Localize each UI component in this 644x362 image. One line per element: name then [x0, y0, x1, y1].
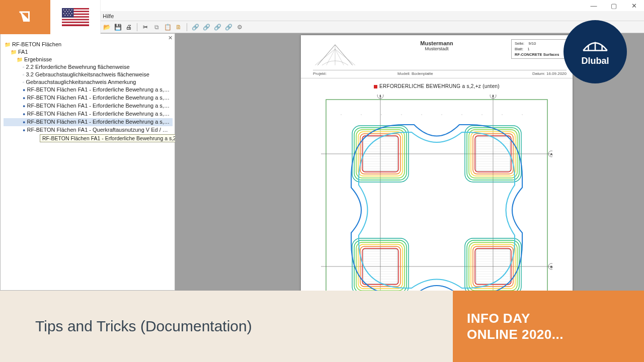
- svg-point-133: [63, 13, 64, 14]
- toolbar-doc-button[interactable]: [174, 22, 184, 32]
- header-model-label: Modell:: [397, 71, 411, 76]
- svg-point-139: [70, 15, 71, 16]
- toolbar-print-button[interactable]: [124, 22, 134, 32]
- svg-line-2: [335, 49, 344, 65]
- svg-text:A: A: [550, 153, 552, 156]
- toolbar-open-button[interactable]: [102, 22, 112, 32]
- tree-node[interactable]: Gebrauchstauglichkeitsnachweis Anmerkung: [4, 78, 173, 86]
- svg-line-1: [327, 49, 335, 65]
- toolbar-link-button[interactable]: [223, 22, 233, 32]
- header-sheet-value: 1: [527, 47, 529, 51]
- toolbar-link-button[interactable]: [212, 22, 222, 32]
- svg-point-17: [522, 114, 522, 115]
- window-maximize-button[interactable]: ▢: [604, 0, 624, 11]
- banner-event: INFO DAY ONLINE 2020...: [453, 291, 644, 362]
- banner-event-line2: ONLINE 2020...: [467, 326, 644, 343]
- tree-node[interactable]: RF-BETON Flächen FA1 - Erforderliche Bew…: [4, 102, 173, 110]
- svg-rect-122: [62, 18, 89, 19]
- window-minimize-button[interactable]: —: [584, 0, 604, 11]
- svg-point-8: [341, 114, 341, 115]
- tree-node[interactable]: FA1: [4, 48, 173, 56]
- window-close-button[interactable]: ✕: [624, 0, 644, 11]
- header-page-value: 9/10: [529, 41, 536, 46]
- svg-rect-3: [326, 100, 547, 321]
- svg-point-10: [381, 114, 381, 115]
- download-arrow-icon: [0, 0, 50, 34]
- svg-point-137: [64, 15, 65, 16]
- toolbar-save-button[interactable]: [113, 22, 123, 32]
- toolbar-paste-button[interactable]: [163, 22, 173, 32]
- corner-badge: [0, 0, 101, 34]
- tree-node[interactable]: RF-BETON Flächen FA1 - Erforderliche Bew…: [4, 118, 173, 126]
- banner-event-line1: INFO DAY: [467, 310, 644, 327]
- svg-point-129: [71, 10, 72, 11]
- header-model-value: Bodenplatte: [412, 71, 433, 76]
- svg-point-12: [421, 114, 422, 115]
- toolbar-cut-button[interactable]: [140, 22, 150, 32]
- svg-point-136: [71, 13, 72, 14]
- svg-point-132: [70, 11, 71, 12]
- tree-node[interactable]: RF-BETON Flächen FA1 - Erforderliche Bew…: [4, 110, 173, 118]
- panel-close-icon[interactable]: ✕: [168, 35, 173, 41]
- toolbar-copy-button[interactable]: [151, 22, 162, 32]
- svg-point-127: [66, 10, 67, 11]
- banner-title: Tips and Tricks (Documentation): [0, 291, 453, 362]
- svg-point-138: [67, 15, 68, 16]
- page-header: Mustermann Musterstadt Seite: 9/10 Blatt…: [301, 35, 573, 78]
- toolbar-link-button[interactable]: [190, 22, 200, 32]
- toolbar-settings-button[interactable]: [234, 22, 245, 32]
- header-project-label: Projekt:: [313, 71, 397, 76]
- svg-point-134: [66, 13, 67, 14]
- header-right-box: Seite: 9/10 Blatt: 1 RF-CONCRETE Surface…: [511, 39, 567, 59]
- svg-rect-123: [62, 20, 89, 22]
- us-flag-icon: [50, 0, 101, 34]
- tree-node[interactable]: Ergebnisse: [4, 56, 173, 63]
- svg-point-9: [361, 114, 361, 115]
- svg-point-130: [64, 11, 65, 12]
- svg-point-126: [63, 10, 64, 11]
- company-logo-icon: [313, 41, 357, 67]
- toolbar-separator: [187, 23, 187, 31]
- result-tree[interactable]: RF-BETON FlächenFA1Ergebnisse2.2 Erforde…: [1, 34, 175, 136]
- svg-text:1: 1: [379, 95, 381, 98]
- dlubal-logo: Dlubal: [566, 22, 625, 81]
- toolbar-separator: [137, 23, 137, 31]
- page-subtitle: ERFORDERLICHE BEWEHRUNG a s,2,+z (unten): [301, 83, 573, 89]
- tree-node[interactable]: RF-BETON Flächen FA1 - Querkraftausnutzu…: [4, 126, 173, 134]
- menu-item-help[interactable]: Hilfe: [103, 13, 114, 19]
- navigator-panel: ✕ RF-BETON FlächenFA1Ergebnisse2.2 Erfor…: [0, 33, 175, 291]
- svg-point-128: [68, 10, 69, 11]
- svg-point-14: [461, 114, 462, 115]
- svg-point-15: [481, 114, 482, 115]
- header-page-label: Seite:: [515, 41, 524, 46]
- header-date-label: Datum:: [532, 71, 545, 76]
- page-subtitle-text: ERFORDERLICHE BEWEHRUNG a s,2,+z (unten): [379, 83, 500, 89]
- red-square-icon: [374, 85, 377, 88]
- svg-rect-124: [62, 23, 89, 25]
- tree-node[interactable]: RF-BETON Flächen FA1 - Erforderliche Bew…: [4, 86, 173, 94]
- svg-text:2: 2: [492, 95, 494, 98]
- svg-point-135: [68, 13, 69, 14]
- svg-point-16: [502, 114, 502, 115]
- svg-point-11: [401, 114, 401, 115]
- header-company: Mustermann: [420, 40, 453, 46]
- tree-node[interactable]: RF-BETON Flächen: [4, 41, 173, 48]
- header-sheet-label: Blatt:: [515, 47, 523, 51]
- video-banner: Tips and Tricks (Documentation) INFO DAY…: [0, 291, 644, 362]
- dlubal-logo-text: Dlubal: [581, 56, 609, 66]
- tree-node[interactable]: 3.2 Gebrauchstauglichkeitsnachweis fläch…: [4, 71, 173, 78]
- header-date-value: 16.09.2020: [546, 71, 567, 76]
- header-module-name: RF-CONCRETE Surfaces: [515, 52, 563, 57]
- toolbar-link-button[interactable]: [201, 22, 211, 32]
- svg-text:B: B: [550, 265, 552, 268]
- svg-point-131: [67, 11, 68, 12]
- tree-node[interactable]: 2.2 Erforderliche Bewehrung flächenweise: [4, 63, 173, 71]
- header-city: Musterstadt: [420, 46, 453, 51]
- tree-node[interactable]: RF-BETON Flächen FA1 - Erforderliche Bew…: [4, 94, 173, 102]
- svg-point-13: [441, 114, 442, 115]
